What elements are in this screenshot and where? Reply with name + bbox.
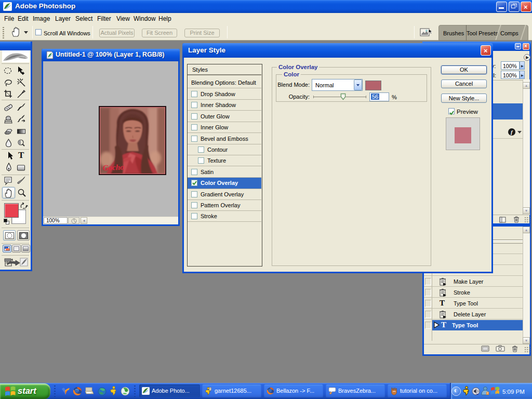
svg-text:Gocho: Gocho	[103, 163, 124, 172]
